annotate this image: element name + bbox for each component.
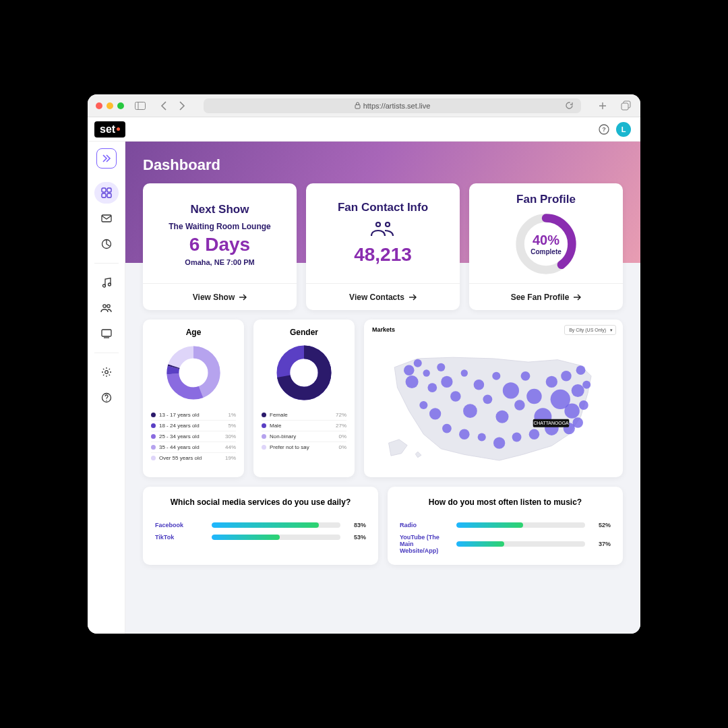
survey-bar-row: TikTok53%: [151, 531, 370, 543]
next-show-title: Next Show: [191, 203, 249, 216]
new-tab-icon[interactable]: [596, 99, 609, 113]
sidebar-item-help[interactable]: [96, 387, 117, 408]
svg-point-55: [572, 384, 584, 397]
view-show-button[interactable]: View Show: [143, 283, 297, 310]
traffic-lights: [96, 102, 124, 109]
main-content: Dashboard Next Show The Waiting Room Lou…: [125, 142, 640, 634]
avatar[interactable]: L: [616, 122, 631, 137]
markets-dropdown[interactable]: By City (US Only): [564, 325, 616, 335]
svg-point-46: [503, 382, 519, 398]
maximize-window-icon[interactable]: [117, 102, 124, 109]
help-icon[interactable]: ?: [599, 124, 609, 135]
see-profile-button[interactable]: See Fan Profile: [469, 283, 623, 310]
panel-markets: Markets By City (US Only) CHATTANOOGA: [364, 320, 623, 477]
svg-point-14: [108, 283, 111, 286]
bar-fill: [456, 541, 504, 547]
markets-map[interactable]: CHATTANOOGA: [372, 341, 615, 469]
summary-cards: Next Show The Waiting Room Lounge 6 Days…: [125, 183, 640, 310]
sidebar-expand-button[interactable]: [96, 148, 117, 169]
svg-point-61: [478, 433, 486, 441]
contacts-title: Fan Contact Info: [338, 201, 428, 214]
profile-sublabel: Complete: [530, 248, 562, 255]
bar-label: YouTube (The Main Website/App): [400, 534, 451, 554]
legend-label: 18 - 24 years old: [159, 423, 224, 429]
bar-label: TikTok: [155, 534, 206, 541]
legend-pct: 44%: [225, 444, 236, 450]
gender-legend: Female72%Male27%Non-binary0%Prefer not t…: [262, 410, 346, 452]
brand-logo[interactable]: set: [94, 121, 125, 138]
svg-point-62: [459, 429, 470, 439]
bar-fill: [212, 535, 280, 540]
svg-point-45: [495, 411, 508, 423]
sidebar-item-content[interactable]: [96, 323, 117, 344]
close-window-icon[interactable]: [96, 102, 102, 109]
social-survey-title: Which social media services do you use d…: [151, 495, 370, 514]
svg-point-20: [106, 400, 107, 400]
svg-point-64: [429, 408, 441, 419]
svg-point-42: [474, 380, 485, 390]
svg-rect-10: [107, 193, 111, 198]
legend-swatch: [262, 445, 266, 450]
svg-point-35: [423, 369, 430, 376]
markets-title: Markets: [372, 326, 395, 333]
sidebar-item-fans[interactable]: [96, 297, 117, 319]
survey-bar-row: Radio52%: [396, 519, 615, 531]
legend-label: 25 - 34 years old: [159, 433, 222, 439]
legend-row: Female72%: [262, 410, 346, 421]
reload-icon[interactable]: [562, 99, 576, 113]
minimize-window-icon[interactable]: [107, 102, 113, 109]
legend-swatch: [151, 423, 156, 428]
legend-pct: 27%: [336, 423, 346, 429]
survey-row: Which social media services do you use d…: [125, 487, 640, 574]
panel-music-survey: How do you most often listen to music? R…: [388, 487, 623, 565]
card-next-show: Next Show The Waiting Room Lounge 6 Days…: [143, 183, 297, 310]
profile-progress-ring: 40% Complete: [514, 212, 578, 276]
svg-rect-11: [102, 215, 111, 222]
svg-point-16: [107, 305, 109, 307]
tabs-overview-icon[interactable]: [619, 99, 632, 113]
svg-point-68: [579, 400, 588, 410]
legend-label: Over 55 years old: [159, 455, 222, 461]
bar-track: [212, 535, 340, 540]
svg-rect-17: [102, 330, 111, 336]
bar-pct: 83%: [346, 522, 366, 528]
svg-point-53: [561, 371, 572, 382]
legend-row: Non-binary0%: [262, 431, 346, 442]
app-header: set ? L: [88, 117, 640, 142]
svg-rect-8: [107, 188, 111, 192]
card-fan-profile: Fan Profile 40% Complete See Fan Profile: [469, 183, 623, 310]
legend-swatch: [151, 413, 156, 417]
legend-pct: 1%: [228, 412, 236, 418]
sidebar-item-music[interactable]: [96, 272, 117, 293]
svg-rect-9: [102, 193, 106, 198]
svg-point-34: [406, 375, 419, 388]
sidebar-item-dashboard[interactable]: [94, 182, 119, 204]
sidebar-toggle-icon[interactable]: [133, 99, 147, 113]
legend-swatch: [262, 434, 266, 439]
svg-point-36: [427, 383, 437, 392]
svg-point-54: [564, 403, 579, 418]
svg-point-33: [414, 359, 422, 367]
legend-label: Non-binary: [270, 433, 335, 439]
brand-pip-icon: [117, 127, 120, 131]
music-survey-title: How do you most often listen to music?: [396, 495, 615, 514]
svg-point-43: [483, 394, 492, 404]
sidebar-item-analytics[interactable]: [96, 233, 117, 255]
svg-point-63: [442, 424, 452, 433]
sidebar-item-settings[interactable]: [96, 361, 117, 383]
url-bar[interactable]: https://artists.set.live: [204, 98, 581, 113]
forward-icon[interactable]: [175, 99, 189, 113]
svg-point-32: [404, 365, 415, 375]
browser-window: https://artists.set.live set ? L: [88, 94, 640, 634]
legend-row: Male27%: [262, 421, 346, 431]
legend-row: 13 - 17 years old1%: [151, 410, 236, 421]
svg-point-59: [512, 433, 522, 442]
bar-fill: [212, 522, 319, 528]
sidebar-item-messages[interactable]: [96, 208, 117, 229]
view-contacts-button[interactable]: View Contacts: [306, 283, 460, 310]
legend-row: Prefer not to say0%: [262, 442, 346, 452]
survey-bar-row: YouTube (The Main Website/App)37%: [396, 531, 615, 557]
back-icon[interactable]: [156, 99, 170, 113]
arrow-right-icon: [573, 294, 581, 301]
next-show-location: Omaha, NE 7:00 PM: [185, 258, 254, 266]
